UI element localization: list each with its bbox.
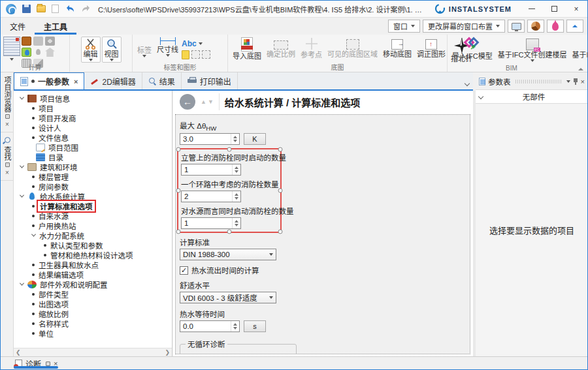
close-button[interactable]: × [565, 1, 587, 17]
pin-icon[interactable] [5, 114, 10, 119]
unit-button[interactable]: s [244, 320, 266, 332]
hydrant-source-spinner[interactable]: 1 [181, 217, 241, 229]
tree-item-label[interactable]: 部件类型 [39, 289, 69, 300]
find-vertical-tab[interactable]: 查找 × [1, 132, 14, 181]
selection-handle[interactable] [176, 230, 181, 234]
selection-handle[interactable] [227, 147, 232, 152]
dimension-line-button[interactable]: 尺寸线 [155, 37, 180, 57]
tree-item-label[interactable]: 卫生器具和放水点 [39, 260, 99, 270]
tree-item-label[interactable]: 目录 [48, 152, 63, 162]
tree-item-label[interactable]: 名称样式 [39, 318, 69, 329]
tree-item[interactable]: 项目 [15, 103, 172, 113]
tree-item[interactable]: 水力分配系统 [15, 230, 172, 240]
tree-item[interactable]: 部件外观和说明配置 [15, 279, 172, 289]
tree-item[interactable]: 默认类型和参数 [15, 240, 172, 250]
layout-menu-button[interactable]: 更改屏幕的窗口布置 [423, 20, 505, 33]
selection-handle[interactable] [176, 189, 181, 193]
tab-overflow-button[interactable] [465, 82, 469, 85]
new-document-icon[interactable] [52, 5, 59, 13]
tree-item[interactable]: 卫生器具和放水点 [15, 260, 172, 270]
selection-handle[interactable] [278, 189, 283, 193]
selection-handle[interactable] [176, 147, 181, 152]
water-supply-active-icon[interactable] [22, 48, 31, 57]
screen-layout-button[interactable] [508, 20, 525, 33]
tree-item-label[interactable]: 部件外观和说明配置 [40, 279, 108, 290]
collapse-menu-button[interactable] [566, 20, 583, 33]
abc-text-button[interactable]: Abc [182, 39, 197, 48]
tree-item-label[interactable]: 自来水源 [39, 211, 69, 221]
tree-item[interactable]: 建筑和环境 [15, 162, 172, 172]
hotwater-calc-checkbox-row[interactable]: 热水流出时间的计算 [180, 265, 470, 275]
tree-item[interactable]: 计算标准和选项 [15, 201, 172, 211]
comfort-level-select[interactable]: VDI 6003 - 3 级舒适度 [180, 292, 276, 303]
tree-item-label[interactable]: 出图选项 [39, 299, 69, 309]
pin-icon[interactable] [573, 78, 578, 85]
tree-item[interactable]: 楼层管理 [15, 172, 172, 181]
tree-item-label[interactable]: 建筑和环境 [40, 162, 78, 172]
selection-handle[interactable] [227, 230, 232, 234]
back-button[interactable]: ← [180, 94, 195, 110]
tab-results[interactable]: 结果 [142, 72, 182, 89]
tree-item-label[interactable]: 项目范围 [48, 142, 78, 153]
view-button[interactable]: 视图 [102, 37, 122, 63]
close-panel-icon[interactable]: × [581, 78, 585, 85]
scroll-left-icon[interactable]: ❮ [16, 349, 21, 356]
wait-time-spinner[interactable]: 0.0 [180, 320, 240, 332]
tree-item[interactable]: 项目范围 [15, 142, 172, 152]
tree-item[interactable]: 出图选项 [15, 299, 172, 309]
undo-icon[interactable] [65, 5, 75, 13]
tree-horizontal-scrollbar[interactable]: ❮ ❯ [14, 348, 172, 356]
tree-item-label[interactable]: 管材和绝热材料设计选项 [50, 250, 133, 260]
drag-handle[interactable] [515, 80, 562, 84]
close-icon[interactable]: × [4, 121, 11, 128]
spinner-arrows-icon[interactable] [232, 191, 240, 202]
calc-standard-select[interactable]: DIN 1988-300 [180, 249, 276, 260]
chevron-down-icon[interactable] [566, 80, 570, 83]
redo-icon[interactable] [81, 5, 91, 13]
checkbox-checked-icon[interactable] [180, 266, 188, 275]
close-tab-icon[interactable]: × [74, 78, 78, 85]
tree-item-label[interactable]: 户用换热站 [39, 221, 76, 231]
tree-item-label[interactable]: 文件信息 [39, 132, 69, 143]
tab-2d-editor[interactable]: 2D编辑器 [84, 72, 142, 89]
project-browser-vertical-tab[interactable]: 项目浏览器 × [1, 72, 14, 132]
tree-item-label[interactable]: 默认类型和参数 [50, 240, 103, 251]
scroll-right-icon[interactable]: ❯ [165, 349, 170, 356]
tree-item[interactable]: 单位 [15, 328, 172, 338]
tree-item-label[interactable]: 结果编辑选项 [39, 270, 84, 280]
menu-main-tools[interactable]: 主工具 [35, 18, 76, 35]
tree-item-label[interactable]: 设计人 [39, 123, 61, 133]
hydrant-riser-spinner[interactable]: 1 [181, 164, 241, 176]
max-dtheta-spinner[interactable]: 3.0 [180, 133, 240, 145]
tree-item[interactable]: 缩放比例 [15, 309, 172, 318]
tree-item[interactable]: 设计人 [15, 123, 172, 132]
tree-item-label[interactable]: 项目信息 [40, 93, 70, 104]
no-parts-row[interactable]: 无部件 [476, 89, 588, 104]
close-icon[interactable]: × [4, 169, 11, 176]
window-menu-button[interactable]: 窗口 [388, 20, 420, 33]
collapse-ribbon-button[interactable] [578, 68, 583, 70]
expand-arrow-icon[interactable] [20, 164, 24, 168]
tree-item[interactable]: 户用换热站 [15, 221, 172, 230]
expand-arrow-icon[interactable] [20, 193, 24, 198]
tree-item[interactable]: 部件类型 [15, 289, 172, 299]
unit-button[interactable]: K [244, 133, 266, 145]
chevron-down-icon[interactable] [199, 42, 203, 45]
spinner-arrows-icon[interactable] [232, 164, 240, 175]
expand-arrow-icon[interactable] [20, 95, 24, 100]
spinner-arrows-icon[interactable] [231, 134, 239, 144]
tree-item[interactable]: 名称样式 [15, 318, 172, 328]
menu-file[interactable]: 文件 [1, 18, 35, 35]
tree-item-label[interactable]: 缩放比例 [39, 309, 69, 319]
ifc-create-floor-button[interactable]: 基于IFC文件创建楼层 [496, 37, 569, 63]
tree-item-label[interactable]: 项目 [39, 103, 54, 114]
calculator-icon[interactable] [3, 37, 20, 56]
tree-item[interactable]: 项目开发商 [15, 113, 172, 123]
spinner-arrows-icon[interactable] [231, 321, 239, 331]
yellow-page-icon[interactable] [182, 50, 189, 59]
tab-print-output[interactable]: 打印输出 [182, 72, 238, 89]
spinner-arrows-icon[interactable] [232, 218, 240, 228]
tree-item-label[interactable]: 项目开发商 [39, 113, 76, 123]
move-basemap-button[interactable]: 移动底图 [381, 37, 414, 59]
tree-item[interactable]: 房间参数 [15, 181, 172, 191]
